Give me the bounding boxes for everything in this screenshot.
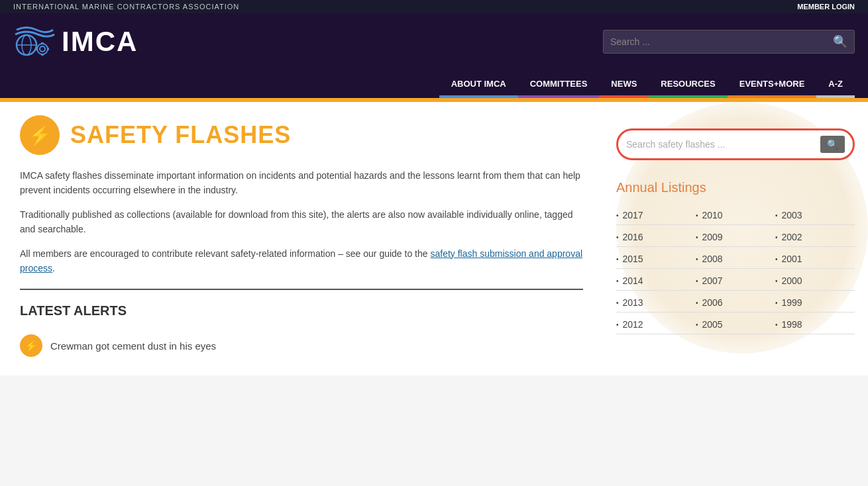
search-sf-container: 🔍 (616, 128, 855, 160)
annual-year-item[interactable]: •2006 (696, 293, 775, 313)
header: IMCA 🔍 (0, 13, 868, 70)
annual-year-item[interactable]: •2001 (775, 250, 855, 269)
annual-year-item[interactable]: •2017 (616, 206, 696, 225)
nav-label-about: ABOUT IMCA (451, 79, 506, 89)
svg-rect-8 (47, 48, 49, 50)
year-label: 2002 (782, 232, 802, 242)
annual-year-item[interactable]: •2014 (616, 271, 696, 291)
nav-underline-news (599, 95, 649, 98)
org-name: International Marine Contractors Associa… (13, 3, 239, 11)
annual-year-item[interactable]: •2002 (775, 228, 855, 247)
content-divider (20, 289, 583, 290)
nav-label-az: A-Z (828, 79, 843, 89)
nav-item-resources[interactable]: RESOURCES (649, 70, 727, 98)
svg-point-3 (37, 44, 48, 54)
year-label: 2003 (782, 210, 802, 220)
annual-year-item[interactable]: •2012 (616, 315, 696, 334)
bullet-icon: • (775, 277, 778, 285)
annual-year-item[interactable]: •2000 (775, 271, 855, 291)
nav-underline-about (439, 95, 518, 98)
nav-item-committees[interactable]: COMMITTEES (518, 70, 600, 98)
nav-underline-committees (518, 95, 600, 98)
bullet-icon: • (616, 321, 619, 328)
member-login-link[interactable]: MEMBER LOGIN (797, 3, 855, 11)
bullet-icon: • (696, 256, 698, 263)
svg-rect-7 (36, 48, 38, 50)
main-nav: ABOUT IMCA COMMITTEES NEWS RESOURCES EVE… (0, 70, 868, 98)
search-sf-button[interactable]: 🔍 (820, 136, 845, 153)
nav-item-news[interactable]: NEWS (599, 70, 649, 98)
nav-label-events: EVENTS+MORE (739, 79, 805, 89)
top-bar: International Marine Contractors Associa… (0, 0, 868, 13)
year-label: 2017 (623, 210, 643, 220)
description-3-prefix: All members are encouraged to contribute… (20, 248, 430, 259)
description-3: All members are encouraged to contribute… (20, 246, 583, 276)
year-label: 2015 (623, 254, 643, 264)
svg-rect-6 (41, 54, 44, 56)
year-label: 2005 (702, 319, 723, 330)
year-label: 1998 (782, 319, 802, 330)
annual-year-item[interactable]: •2013 (616, 293, 696, 313)
bullet-icon: • (616, 256, 619, 263)
year-label: 2016 (623, 232, 643, 242)
bullet-icon: • (775, 234, 778, 241)
bullet-icon: • (696, 277, 698, 285)
description-1: IMCA safety flashes disseminate importan… (20, 168, 583, 198)
imca-wordmark: IMCA (62, 28, 138, 56)
annual-year-item[interactable]: •2008 (696, 250, 775, 269)
bullet-icon: • (616, 212, 619, 219)
year-label: 2014 (623, 275, 643, 286)
safety-flash-icon-large: ⚡ (20, 115, 60, 155)
latest-alerts-heading: LATEST ALERTS (20, 303, 583, 318)
nav-underline-events (728, 95, 817, 98)
search-sf-input[interactable] (626, 139, 820, 150)
left-content: ⚡ SAFETY FLASHES IMCA safety flashes dis… (0, 102, 603, 375)
nav-underline-resources (649, 95, 727, 98)
header-search-input[interactable] (610, 36, 833, 47)
year-label: 2000 (782, 275, 802, 286)
description-3-suffix: . (52, 263, 55, 273)
svg-rect-5 (41, 42, 44, 44)
annual-year-item[interactable]: •2003 (775, 206, 855, 225)
annual-year-item[interactable]: •2007 (696, 271, 775, 291)
page-title-area: ⚡ SAFETY FLASHES (20, 115, 583, 155)
right-sidebar: 🔍 Annual Listings •2017•2010•2003•2016•2… (603, 102, 868, 375)
header-search-button[interactable]: 🔍 (833, 34, 847, 49)
annual-year-item[interactable]: •2009 (696, 228, 775, 247)
alert-text: Crewman got cement dust in his eyes (50, 340, 216, 352)
annual-listings: Annual Listings •2017•2010•2003•2016•200… (616, 180, 855, 334)
bullet-icon: • (775, 299, 778, 307)
bullet-icon: • (696, 299, 698, 307)
bullet-icon: • (616, 299, 619, 307)
annual-grid: •2017•2010•2003•2016•2009•2002•2015•2008… (616, 206, 855, 334)
bullet-icon: • (696, 321, 698, 328)
search-sf-oval: 🔍 (616, 128, 855, 160)
annual-listings-title: Annual Listings (616, 180, 855, 195)
year-label: 2013 (623, 297, 643, 308)
bullet-icon: • (775, 321, 778, 328)
annual-year-item[interactable]: •2016 (616, 228, 696, 247)
alert-flash-icon: ⚡ (20, 334, 42, 357)
bullet-icon: • (616, 277, 619, 285)
description-2: Traditionally published as collections (… (20, 207, 583, 237)
bullet-icon: • (696, 234, 698, 241)
nav-item-az[interactable]: A-Z (816, 70, 855, 98)
nav-underline-az (816, 95, 855, 98)
nav-label-committees: COMMITTEES (530, 79, 588, 89)
annual-year-item[interactable]: •1999 (775, 293, 855, 313)
year-label: 2012 (623, 319, 643, 330)
alert-item: ⚡ Crewman got cement dust in his eyes (20, 329, 583, 362)
logo-area: IMCA (13, 20, 159, 63)
annual-year-item[interactable]: •1998 (775, 315, 855, 334)
bullet-icon: • (775, 256, 778, 263)
nav-label-resources: RESOURCES (661, 79, 715, 89)
year-label: 2010 (702, 210, 723, 220)
annual-year-item[interactable]: •2015 (616, 250, 696, 269)
year-label: 1999 (782, 297, 802, 308)
nav-item-events[interactable]: EVENTS+MORE (728, 70, 817, 98)
annual-year-item[interactable]: •2010 (696, 206, 775, 225)
header-search-area[interactable]: 🔍 (603, 30, 855, 54)
annual-year-item[interactable]: •2005 (696, 315, 775, 334)
nav-item-about[interactable]: ABOUT IMCA (439, 70, 518, 98)
imca-logo-icon (13, 20, 56, 63)
